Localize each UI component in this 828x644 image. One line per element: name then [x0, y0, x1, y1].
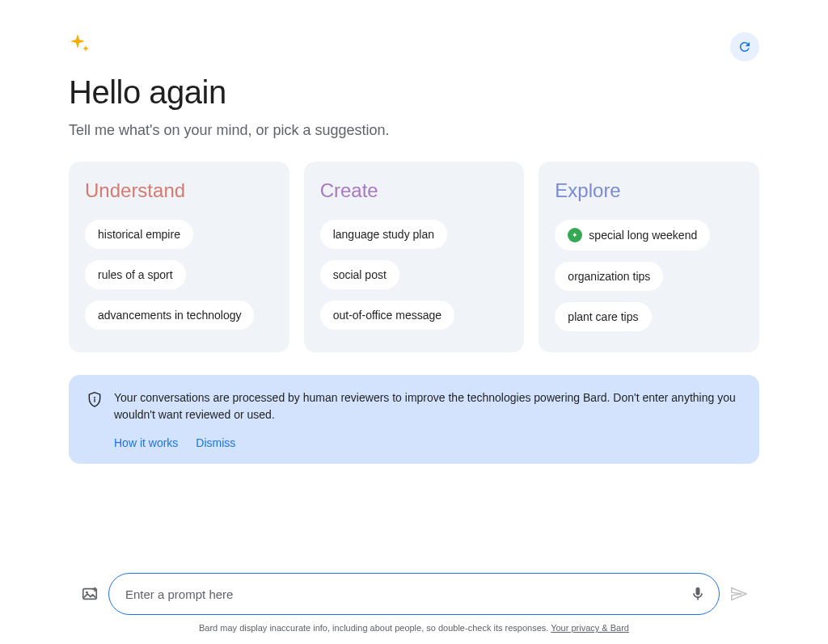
disclaimer: Bard may display inaccurate info, includ…	[81, 623, 747, 633]
disclaimer-text: Bard may display inaccurate info, includ…	[199, 623, 551, 633]
chip-label: out-of-office message	[333, 309, 441, 322]
create-card: Create language study plan social post o…	[304, 162, 525, 352]
chip-language-study-plan[interactable]: language study plan	[320, 220, 447, 249]
send-button[interactable]	[729, 585, 747, 603]
create-title: Create	[320, 179, 509, 202]
privacy-notice: Your conversations are processed by huma…	[69, 375, 759, 464]
prompt-input[interactable]	[125, 587, 688, 601]
chip-special-long-weekend[interactable]: ✦ special long weekend	[555, 220, 710, 250]
chip-advancements-technology[interactable]: advancements in technology	[85, 301, 254, 330]
svg-rect-1	[94, 399, 95, 402]
explore-title: Explore	[555, 179, 743, 202]
upload-image-button[interactable]	[81, 585, 99, 603]
chip-organization-tips[interactable]: organization tips	[555, 262, 663, 291]
dismiss-button[interactable]: Dismiss	[196, 436, 235, 449]
explore-card: Explore ✦ special long weekend organizat…	[539, 162, 759, 352]
how-it-works-link[interactable]: How it works	[114, 436, 178, 449]
chip-label: historical empire	[98, 228, 180, 241]
image-icon	[81, 585, 99, 603]
extension-badge-icon: ✦	[568, 228, 582, 242]
microphone-icon	[690, 586, 706, 602]
chip-label: language study plan	[333, 228, 434, 241]
chip-label: special long weekend	[589, 229, 697, 242]
chip-label: plant care tips	[568, 310, 638, 323]
refresh-button[interactable]	[730, 32, 759, 61]
notice-text: Your conversations are processed by huma…	[114, 389, 741, 423]
svg-point-0	[94, 397, 95, 398]
chip-out-of-office[interactable]: out-of-office message	[320, 301, 454, 330]
chip-label: social post	[333, 268, 387, 281]
chip-label: organization tips	[568, 270, 650, 283]
privacy-link[interactable]: Your privacy & Bard	[551, 623, 629, 633]
chip-social-post[interactable]: social post	[320, 260, 399, 289]
understand-card: Understand historical empire rules of a …	[69, 162, 289, 352]
chip-label: advancements in technology	[98, 309, 241, 322]
understand-title: Understand	[85, 179, 273, 202]
send-icon	[729, 585, 747, 603]
greeting-subtitle: Tell me what's on your mind, or pick a s…	[69, 122, 759, 139]
prompt-input-wrapper[interactable]	[108, 573, 720, 615]
microphone-button[interactable]	[688, 584, 708, 604]
shield-icon	[87, 391, 103, 410]
greeting-title: Hello again	[69, 74, 759, 111]
chip-historical-empire[interactable]: historical empire	[85, 220, 193, 249]
refresh-icon	[737, 40, 752, 54]
chip-rules-of-sport[interactable]: rules of a sport	[85, 260, 186, 289]
chip-label: rules of a sport	[98, 268, 173, 281]
chip-plant-care-tips[interactable]: plant care tips	[555, 302, 651, 331]
sparkle-icon	[69, 32, 91, 55]
